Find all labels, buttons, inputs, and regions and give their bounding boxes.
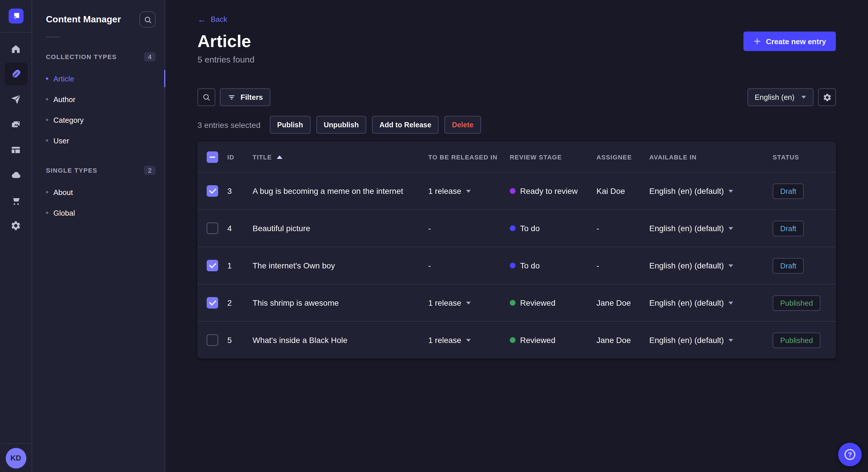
chevron-down-icon: [728, 264, 733, 267]
table-row[interactable]: 2 This shrimp is awesome 1 release Revie…: [197, 284, 836, 321]
sidebar-item-article[interactable]: Article: [32, 68, 165, 89]
filters-button[interactable]: Filters: [220, 88, 270, 106]
stage-dot-icon: [510, 188, 516, 194]
cell-title: This shrimp is awesome: [253, 298, 428, 307]
cell-id: 3: [227, 187, 253, 196]
cell-title: The internet's Own boy: [253, 261, 428, 270]
strapi-logo-icon: [8, 9, 23, 24]
delete-button[interactable]: Delete: [445, 116, 481, 134]
avatar[interactable]: KD: [5, 448, 26, 468]
divider: [46, 37, 60, 37]
cell-id: 2: [227, 298, 253, 307]
sidebar-item-about[interactable]: About: [32, 182, 165, 202]
marketplace-cart-icon[interactable]: [4, 189, 27, 212]
sidebar-item-user[interactable]: User: [32, 130, 165, 151]
cell-available-in[interactable]: English (en) (default): [649, 298, 773, 307]
entries-table: ID TITLE TO BE RELEASED IN REVIEW STAGE …: [197, 142, 836, 359]
col-assignee[interactable]: ASSIGNEE: [596, 154, 649, 160]
subnav-section: COLLECTION TYPES4ArticleAuthorCategoryUs…: [32, 52, 165, 151]
table-row[interactable]: 3 A bug is becoming a meme on the intern…: [197, 172, 836, 209]
home-icon[interactable]: [4, 37, 27, 60]
cell-available-in[interactable]: English (en) (default): [649, 187, 773, 196]
unpublish-button[interactable]: Unpublish: [316, 116, 366, 134]
cell-available-in[interactable]: English (en) (default): [649, 336, 773, 345]
subnav-title: Content Manager: [46, 14, 121, 25]
row-checkbox[interactable]: [207, 297, 218, 308]
stage-dot-icon: [510, 337, 516, 343]
back-label: Back: [211, 15, 227, 24]
cell-review-stage: Reviewed: [510, 336, 596, 345]
cell-review-stage: Ready to review: [510, 187, 596, 196]
add-to-release-button[interactable]: Add to Release: [372, 116, 439, 134]
row-checkbox[interactable]: [207, 260, 218, 271]
media-library-images-icon[interactable]: [4, 113, 27, 136]
cell-available-in[interactable]: English (en) (default): [649, 261, 773, 270]
view-settings-button[interactable]: [818, 88, 836, 106]
cell-to-be-released-in[interactable]: 1 release: [428, 187, 510, 196]
sidebar-item-global[interactable]: Global: [32, 202, 165, 223]
bullet-icon: [46, 98, 48, 100]
sidebar-item-label: Category: [53, 115, 84, 124]
sidebar-item-author[interactable]: Author: [32, 89, 165, 109]
col-title[interactable]: TITLE: [253, 154, 428, 160]
settings-gear-icon[interactable]: [4, 214, 27, 237]
col-to-be-released-in[interactable]: TO BE RELEASED IN: [428, 154, 510, 160]
chevron-down-icon: [728, 190, 733, 193]
cell-id: 1: [227, 261, 253, 270]
status-badge: Draft: [773, 183, 804, 199]
entries-count: 5 entries found: [197, 55, 836, 64]
table-row[interactable]: 4 Beautiful picture - To do - English (e…: [197, 209, 836, 247]
row-checkbox[interactable]: [207, 185, 218, 197]
row-checkbox[interactable]: [207, 334, 218, 346]
main-nav-rail: KD: [0, 0, 32, 472]
publish-button[interactable]: Publish: [270, 116, 310, 134]
cell-to-be-released-in[interactable]: 1 release: [428, 298, 510, 307]
section-header[interactable]: SINGLE TYPES2: [32, 166, 165, 175]
select-all-checkbox[interactable]: [207, 151, 218, 163]
sidebar-item-label: About: [53, 188, 73, 196]
col-status[interactable]: STATUS: [773, 154, 827, 160]
gear-icon: [823, 93, 832, 102]
sort-ascending-icon: [276, 155, 282, 159]
row-checkbox[interactable]: [207, 223, 218, 234]
cell-review-stage: Reviewed: [510, 298, 596, 307]
sidebar-item-category[interactable]: Category: [32, 109, 165, 130]
locale-select[interactable]: English (en): [747, 88, 813, 106]
section-items: AboutGlobal: [32, 182, 165, 223]
create-entry-button[interactable]: Create new entry: [743, 32, 836, 51]
table-search-button[interactable]: [197, 88, 215, 106]
help-button[interactable]: ?: [838, 443, 862, 466]
col-available-in[interactable]: AVAILABLE IN: [649, 154, 773, 160]
cell-to-be-released-in[interactable]: 1 release: [428, 336, 510, 345]
content-manager-feather-icon[interactable]: [4, 63, 27, 86]
chevron-down-icon: [466, 339, 470, 341]
col-review-stage[interactable]: REVIEW STAGE: [510, 154, 596, 160]
table-row[interactable]: 5 What's inside a Black Hole 1 release R…: [197, 321, 836, 359]
cell-to-be-released-in[interactable]: -: [428, 261, 510, 270]
strapi-logo[interactable]: [0, 0, 32, 33]
filter-icon: [227, 93, 236, 102]
col-id[interactable]: ID: [227, 154, 253, 160]
releases-paper-plane-icon[interactable]: [4, 88, 27, 111]
selection-count: 3 entries selected: [197, 120, 260, 129]
rail-nav: [4, 33, 27, 237]
status-badge: Draft: [773, 221, 804, 236]
section-label: SINGLE TYPES: [46, 167, 97, 174]
question-mark-icon: ?: [844, 449, 856, 460]
subnav-section: SINGLE TYPES2AboutGlobal: [32, 166, 165, 223]
main-content: ← Back Article Create new entry 5 entrie…: [165, 0, 868, 472]
bullet-icon: [46, 77, 48, 80]
table-row[interactable]: 1 The internet's Own boy - To do - Engli…: [197, 247, 836, 284]
chevron-down-icon: [728, 301, 733, 304]
back-link[interactable]: ← Back: [197, 15, 227, 24]
table-header: ID TITLE TO BE RELEASED IN REVIEW STAGE …: [197, 142, 836, 172]
cell-to-be-released-in[interactable]: -: [428, 224, 510, 233]
cell-available-in[interactable]: English (en) (default): [649, 224, 773, 233]
section-header[interactable]: COLLECTION TYPES4: [32, 52, 165, 61]
search-button[interactable]: [140, 11, 156, 28]
deploy-cloud-icon[interactable]: [4, 164, 27, 187]
content-type-builder-layout-icon[interactable]: [4, 138, 27, 161]
back-arrow-icon: ←: [197, 15, 206, 24]
sidebar-item-label: Global: [53, 208, 75, 217]
status-badge: Published: [773, 332, 820, 348]
